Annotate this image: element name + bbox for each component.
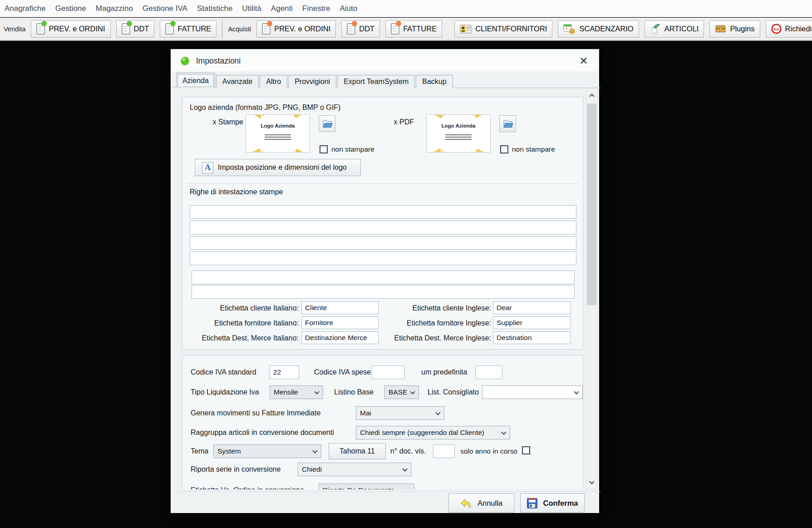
annulla-button[interactable]: Annulla xyxy=(448,493,514,513)
chevron-down-icon xyxy=(405,487,410,489)
logo-section-heading: Logo azienda (formato JPG, PNG, BMP o GI… xyxy=(190,104,340,112)
menu-bar: Anagrafiche Gestione Magazzino Gestione … xyxy=(0,0,812,17)
iva-group-panel: Codice IVA standard Codice IVA spese um … xyxy=(182,355,583,489)
selected-value: Mensile xyxy=(274,388,298,396)
plugins-button[interactable]: Plugins xyxy=(709,20,760,38)
chevron-down-icon xyxy=(312,448,317,453)
menu-item-gestione[interactable]: Gestione xyxy=(55,4,86,13)
n-doc-vis-input[interactable] xyxy=(433,444,455,458)
vertical-scrollbar[interactable] xyxy=(586,89,597,489)
vendita-prev-ordini-button[interactable]: PREV. e ORDINI xyxy=(31,20,110,38)
chevron-down-icon xyxy=(574,389,579,394)
etichetta-fornitore-ita-input[interactable] xyxy=(301,316,379,329)
riga-intestazione-1-input[interactable] xyxy=(190,205,576,219)
acquisti-ddt-button[interactable]: DDT xyxy=(341,20,380,38)
genera-movimenti-select[interactable]: Mai xyxy=(356,406,444,420)
tab-avanzate[interactable]: Avanzate xyxy=(216,75,259,88)
button-label: PREV. e ORDINI xyxy=(274,25,330,33)
tab-provvigioni[interactable]: Provvigioni xyxy=(288,75,336,88)
riporta-serie-select[interactable]: Chiedi xyxy=(298,463,411,476)
etichetta-cliente-eng-input[interactable] xyxy=(493,301,571,314)
list-consigliato-select[interactable] xyxy=(482,385,583,399)
etichetta-cliente-ita-input[interactable] xyxy=(301,301,379,314)
button-label: Richiedi Assistenza xyxy=(785,25,812,33)
menu-item-finestre[interactable]: Finestre xyxy=(302,4,330,13)
genera-movimenti-label: Genera movimenti su Fatture Immediate xyxy=(191,406,320,420)
font-picker-button[interactable]: Tahoma 11 xyxy=(329,443,386,459)
calendar-coins-icon xyxy=(563,24,576,34)
scroll-up-button[interactable] xyxy=(586,89,597,102)
riga-intestazione-5-input[interactable] xyxy=(192,271,575,284)
logo-pdf-preview: Logo Azienda xyxy=(426,114,491,153)
browse-logo-pdf-button[interactable] xyxy=(499,115,516,132)
document-orange-icon xyxy=(262,23,271,35)
vendita-fatture-button[interactable]: FATTURE xyxy=(160,20,217,38)
menu-item-anagrafiche[interactable]: Anagrafiche xyxy=(5,4,46,13)
menu-item-magazzino[interactable]: Magazzino xyxy=(96,4,133,13)
riga-intestazione-2-input[interactable] xyxy=(190,221,576,234)
solo-anno-checkbox[interactable] xyxy=(522,446,530,454)
conferma-button[interactable]: Conferma xyxy=(520,493,585,513)
tab-backup[interactable]: Backup xyxy=(416,75,453,88)
listino-base-select[interactable]: BASE xyxy=(384,385,419,399)
menu-item-gestione-iva[interactable]: Gestione IVA xyxy=(143,4,187,13)
righe-heading: Righe di intestazione stampe xyxy=(190,188,283,196)
codice-iva-spese-input[interactable] xyxy=(372,365,405,379)
dialog-titlebar[interactable]: Impostazioni xyxy=(172,50,598,71)
close-icon[interactable]: ✕ xyxy=(577,54,591,68)
richiedi-assistenza-button[interactable]: tnx Richiedi Assistenza xyxy=(766,20,812,38)
chest-icon xyxy=(715,24,726,34)
acquisti-fatture-button[interactable]: FATTURE xyxy=(385,20,442,38)
non-stampare-pdf-checkbox[interactable] xyxy=(500,145,508,153)
etichetta-vs-ordine-select[interactable]: Riporta Da Documento xyxy=(319,484,414,489)
button-label: DDT xyxy=(134,25,149,33)
scadenzario-button[interactable]: SCADENZARIO xyxy=(558,20,639,38)
etichetta-cliente-ita-label: Etichetta cliente Italiano: xyxy=(182,301,299,315)
clienti-fornitori-button[interactable]: CLIENTI/FORNITORI xyxy=(454,20,552,38)
scrollbar-thumb[interactable] xyxy=(587,104,596,305)
riga-intestazione-6-input[interactable] xyxy=(192,285,575,299)
articoli-button[interactable]: ARTICOLI xyxy=(645,20,704,38)
etichetta-fornitore-eng-input[interactable] xyxy=(493,316,571,329)
chevron-down-icon xyxy=(589,479,594,484)
logo-placeholder-lines xyxy=(246,133,310,141)
button-label: DDT xyxy=(359,25,374,33)
chevron-down-icon xyxy=(314,389,319,394)
etichetta-dest-merce-ita-label: Etichetta Dest. Merce Italiano: xyxy=(182,331,299,345)
floppy-disk-icon xyxy=(527,498,538,509)
etichetta-dest-merce-eng-input[interactable] xyxy=(493,331,571,344)
acquisti-prev-ordini-button[interactable]: PREV. e ORDINI xyxy=(256,20,336,38)
tab-export-teamsystem[interactable]: Export TeamSystem xyxy=(337,75,415,88)
non-stampare-pdf-label: non stampare xyxy=(512,145,555,153)
chevron-down-icon xyxy=(435,410,440,415)
logo-placeholder-lines xyxy=(427,133,490,141)
menu-item-aiuto[interactable]: Aiuto xyxy=(340,4,357,13)
um-predefinita-input[interactable] xyxy=(475,365,502,379)
etichetta-dest-merce-ita-input[interactable] xyxy=(301,331,379,344)
riga-intestazione-3-input[interactable] xyxy=(190,236,576,250)
non-stampare-stampe-checkbox[interactable] xyxy=(320,145,328,153)
tab-altro[interactable]: Altro xyxy=(260,75,287,88)
tipo-liquidazione-select[interactable]: Mensile xyxy=(270,385,323,399)
menu-item-statistiche[interactable]: Statistiche xyxy=(197,4,232,13)
tab-azienda[interactable]: Azienda xyxy=(176,73,215,89)
open-folder-icon xyxy=(322,119,333,128)
settings-scroll-area: Logo azienda (formato JPG, PNG, BMP o GI… xyxy=(172,89,585,489)
selected-value: Chiedi sempre (suggerendo dal Cliente) xyxy=(360,429,484,437)
raggruppa-articoli-select[interactable]: Chiedi sempre (suggerendo dal Cliente) xyxy=(356,426,510,439)
solo-anno-label: solo anno in corso xyxy=(460,447,517,455)
um-predefinita-label: um predefinita xyxy=(421,365,467,379)
tema-select[interactable]: System xyxy=(213,444,321,458)
selected-value: Riporta Da Documento xyxy=(323,486,394,489)
font-button-label: Tahoma 11 xyxy=(340,447,375,455)
imposta-logo-button[interactable]: A Imposta posizione e dimensioni del log… xyxy=(195,159,361,176)
imposta-logo-label: Imposta posizione e dimensioni del logo xyxy=(218,163,347,172)
riga-intestazione-4-input[interactable] xyxy=(190,252,576,265)
scroll-down-button[interactable] xyxy=(586,476,597,489)
vendita-ddt-button[interactable]: DDT xyxy=(116,20,155,38)
selected-value: Chiedi xyxy=(302,465,322,474)
menu-item-agenti[interactable]: Agenti xyxy=(271,4,293,13)
menu-item-utilita[interactable]: Utilità xyxy=(242,4,261,13)
browse-logo-stampe-button[interactable] xyxy=(319,115,335,132)
codice-iva-standard-input[interactable] xyxy=(270,365,299,379)
